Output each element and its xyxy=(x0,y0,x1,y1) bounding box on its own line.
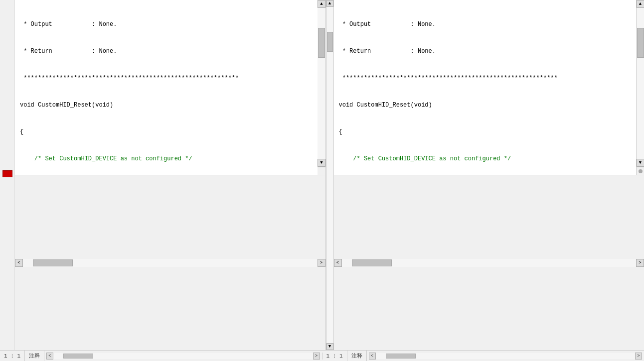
left-gutter xyxy=(0,0,15,350)
left-scroll-bar-status[interactable]: < > xyxy=(44,353,322,360)
right-editor-panel: * Output : None. * Return : None. ******… xyxy=(334,0,644,350)
status-right-scroll-left[interactable]: < xyxy=(369,353,376,360)
left-vscrollbar[interactable]: ▲ ▼ xyxy=(318,0,325,175)
left-label: 注释 xyxy=(25,351,44,361)
center-scroll-down[interactable]: ▼ xyxy=(326,343,333,350)
status-left-scroll-right[interactable]: > xyxy=(313,353,320,360)
left-scroll-track-h[interactable] xyxy=(23,259,318,267)
left-scroll-thumb-v[interactable] xyxy=(318,28,325,58)
right-line-3: ****************************************… xyxy=(338,74,633,83)
left-line-4: void CustomHID_Reset(void) xyxy=(19,101,314,110)
left-hscrollbar[interactable]: < > xyxy=(15,175,325,350)
center-scroll-thumb[interactable] xyxy=(327,32,333,52)
left-scroll-right-btn[interactable]: > xyxy=(318,259,325,267)
center-scroll-track[interactable] xyxy=(326,7,333,343)
left-line-2: * Return : None. xyxy=(19,47,314,56)
flag-icon xyxy=(2,170,12,177)
right-line-5: { xyxy=(338,127,633,136)
right-line-6: /* Set CustomHID_DEVICE as not configure… xyxy=(338,154,633,163)
right-scroll-thumb-v[interactable] xyxy=(637,28,644,58)
right-hscrollbar[interactable]: < > xyxy=(334,175,644,350)
right-line-2: * Return : None. xyxy=(338,47,633,56)
left-label-text: 注释 xyxy=(29,352,40,360)
right-scroll-track-h[interactable] xyxy=(342,259,637,267)
left-panel-content: * Output : None. * Return : None. ******… xyxy=(15,0,325,175)
status-left-track[interactable] xyxy=(53,353,313,359)
right-pos-text: 1 : 1 xyxy=(326,353,343,359)
left-pos-text: 1 : 1 xyxy=(4,353,20,359)
right-scroll-up-btn[interactable]: ▲ xyxy=(637,0,644,8)
right-scroll-right-btn[interactable]: > xyxy=(636,259,644,267)
right-position: 1 : 1 xyxy=(322,351,347,361)
left-editor-panel: * Output : None. * Return : None. ******… xyxy=(15,0,326,350)
left-scroll-up-btn[interactable]: ▲ xyxy=(318,0,325,8)
left-position: 1 : 1 xyxy=(0,351,25,361)
right-line-1: * Output : None. xyxy=(338,20,633,29)
right-scroll-bar-status[interactable]: < > xyxy=(367,353,644,360)
status-right-scroll-right[interactable]: > xyxy=(635,353,642,360)
right-corner xyxy=(637,167,644,175)
right-vscrollbar[interactable]: ▲ ▼ xyxy=(636,0,644,175)
right-hscroll-status[interactable]: < > xyxy=(369,353,642,360)
left-scroll-left-btn[interactable]: < xyxy=(15,259,23,267)
editors-row: * Output : None. * Return : None. ******… xyxy=(0,0,644,350)
right-scroll-thumb-h[interactable] xyxy=(352,259,392,266)
status-right-track[interactable] xyxy=(376,353,635,359)
scroll-indicator xyxy=(639,169,643,173)
status-left-thumb[interactable] xyxy=(63,354,93,359)
left-scroll-track-v[interactable] xyxy=(318,8,325,159)
left-code-content: * Output : None. * Return : None. ******… xyxy=(15,0,318,175)
right-label-text: 注释 xyxy=(351,352,362,360)
left-line-6: /* Set CustomHID_DEVICE as not configure… xyxy=(19,154,314,163)
center-scrollbar: ▲ ▼ xyxy=(326,0,334,350)
center-scroll-up[interactable]: ▲ xyxy=(326,0,333,7)
right-scroll-left-btn[interactable]: < xyxy=(334,259,342,267)
left-corner xyxy=(318,167,325,175)
left-line-5: { xyxy=(19,127,314,136)
status-left-scroll-left[interactable]: < xyxy=(46,353,53,360)
right-panel-content: * Output : None. * Return : None. ******… xyxy=(334,0,644,175)
status-right-thumb[interactable] xyxy=(386,354,416,359)
left-line-3: ****************************************… xyxy=(19,74,314,83)
right-scroll-track-v[interactable] xyxy=(637,8,644,159)
main-container: * Output : None. * Return : None. ******… xyxy=(0,0,644,361)
right-label: 注释 xyxy=(347,351,367,361)
left-scroll-down-btn[interactable]: ▼ xyxy=(318,159,325,167)
right-line-4: void CustomHID_Reset(void) xyxy=(338,101,633,110)
left-scroll-thumb-h[interactable] xyxy=(33,259,73,266)
right-code-content: * Output : None. * Return : None. ******… xyxy=(334,0,637,175)
left-line-1: * Output : None. xyxy=(19,20,314,29)
status-bar: 1 : 1 注释 < > 1 : 1 注释 < xyxy=(0,350,644,361)
left-hscroll-status[interactable]: < > xyxy=(46,353,320,360)
right-scroll-down-btn[interactable]: ▼ xyxy=(637,159,644,167)
